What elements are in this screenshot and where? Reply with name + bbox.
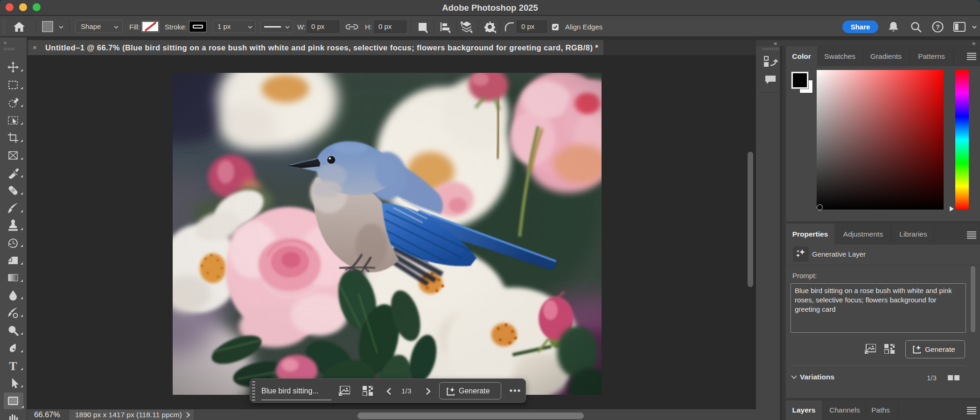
svg-text:»: » [4, 40, 7, 45]
svg-text:T: T [9, 359, 17, 373]
svg-text:?: ? [936, 23, 940, 31]
